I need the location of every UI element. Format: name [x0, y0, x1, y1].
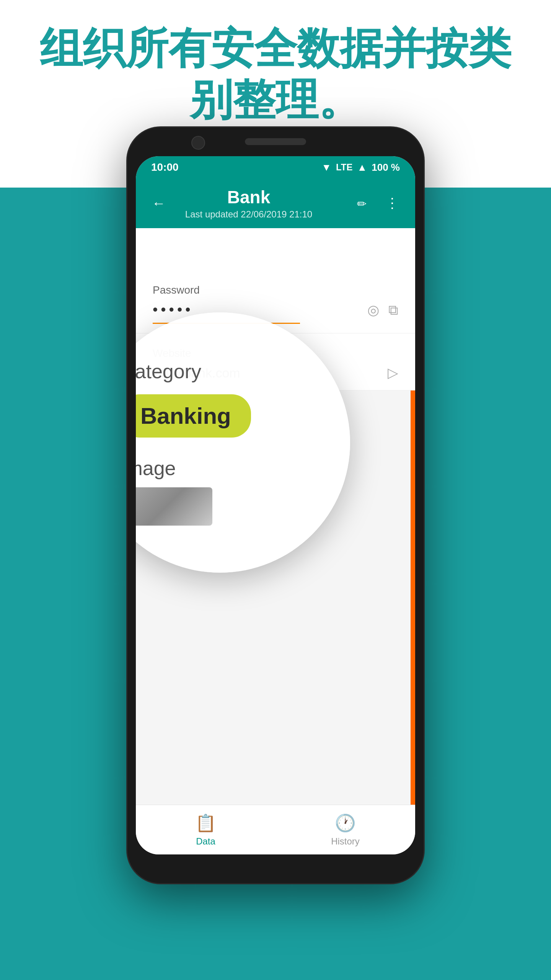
app-bar-actions [350, 192, 404, 215]
history-nav-icon: 🕐 [335, 813, 356, 833]
app-subtitle: Last updated 22/06/2019 21:10 [147, 209, 350, 220]
banking-badge: Banking [136, 394, 251, 438]
password-field-icons [367, 302, 398, 318]
eye-off-icon[interactable] [367, 302, 379, 318]
app-bar-title-block: Bank Last updated 22/06/2019 21:10 [147, 187, 350, 220]
magnify-category-label: Category [136, 360, 320, 383]
battery-label: 100 % [372, 162, 400, 173]
app-title: Bank [147, 187, 350, 207]
open-link-icon[interactable] [388, 365, 398, 381]
phone-outer: 10:00 ▼ LTE ▲ 100 % Bank Last updated 22… [126, 126, 425, 884]
status-time: 10:00 [151, 161, 179, 173]
image-placeholder [136, 487, 212, 526]
phone-mockup: 10:00 ▼ LTE ▲ 100 % Bank Last updated 22… [126, 126, 425, 884]
signal-icon: ▲ [357, 162, 367, 173]
wifi-icon: ▼ [321, 162, 331, 173]
nav-item-data[interactable]: 📋 Data [136, 805, 276, 854]
more-button[interactable] [381, 192, 404, 215]
image-preview [136, 487, 212, 526]
more-dots-icon [385, 195, 399, 211]
content-area: ✎ Password ••••• [136, 228, 415, 805]
history-nav-label: History [331, 836, 360, 847]
password-value: ••••• [153, 302, 194, 318]
data-nav-icon: 📋 [195, 813, 216, 833]
data-nav-label: Data [196, 836, 215, 847]
edit-button[interactable] [350, 192, 373, 215]
phone-camera [191, 136, 205, 150]
lte-label: LTE [336, 162, 353, 173]
status-right: ▼ LTE ▲ 100 % [321, 162, 400, 173]
bottom-nav: 📋 Data 🕐 History [136, 805, 415, 854]
nav-item-history[interactable]: 🕐 History [276, 805, 415, 854]
magnify-image-label: Image [136, 457, 320, 480]
phone-speaker [245, 138, 306, 145]
copy-icon[interactable] [388, 302, 398, 318]
pencil-icon [357, 195, 367, 211]
headline-text: 组织所有安全数据并按类别整理。 [0, 23, 551, 126]
password-label: Password [153, 284, 398, 296]
phone-screen: 10:00 ▼ LTE ▲ 100 % Bank Last updated 22… [136, 156, 415, 854]
app-bar: Bank Last updated 22/06/2019 21:10 [136, 178, 415, 228]
status-bar: 10:00 ▼ LTE ▲ 100 % [136, 156, 415, 178]
